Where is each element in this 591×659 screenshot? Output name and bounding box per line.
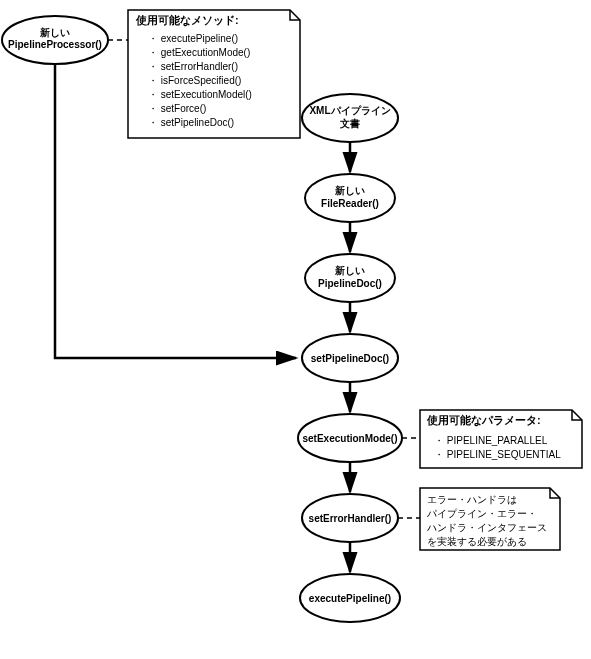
note-params: 使用可能なパラメータ: ・ PIPELINE_PARALLEL ・ PIPELI… <box>420 410 582 468</box>
node-label: 新しい <box>39 27 70 38</box>
svg-text:・ setForce(): ・ setForce() <box>148 103 206 114</box>
node-pipeline-processor: 新しい PipelineProcessor() <box>2 16 108 64</box>
node-execute-pipeline: executePipeline() <box>300 574 400 622</box>
svg-text:・ setPipelineDoc(): ・ setPipelineDoc() <box>148 117 234 128</box>
note-line: ハンドラ・インタフェース <box>426 522 547 533</box>
node-label: PipelineProcessor() <box>8 39 102 50</box>
node-set-error-handler: setErrorHandler() <box>302 494 398 542</box>
node-label: XMLパイプライン <box>309 105 390 116</box>
node-label: setErrorHandler() <box>309 513 392 524</box>
svg-text:・ setErrorHandler(): ・ setErrorHandler() <box>148 61 238 72</box>
note-error-handler: エラー・ハンドラは パイプライン・エラー・ ハンドラ・インタフェース を実装する… <box>420 488 560 550</box>
svg-text:・ setExecutionModel(): ・ setExecutionModel() <box>148 89 252 100</box>
node-label: FileReader() <box>321 198 379 209</box>
note-title: 使用可能なメソッド: <box>135 14 239 27</box>
node-label: setExecutionMode() <box>302 433 397 444</box>
node-set-execution-mode: setExecutionMode() <box>298 414 402 462</box>
node-label: PipelineDoc() <box>318 278 382 289</box>
node-pipeline-doc: 新しい PipelineDoc() <box>305 254 395 302</box>
svg-text:・ executePipeline(): ・ executePipeline() <box>148 33 238 44</box>
svg-text:・ PIPELINE_SEQUENTIAL: ・ PIPELINE_SEQUENTIAL <box>434 449 561 460</box>
node-set-pipeline-doc: setPipelineDoc() <box>302 334 398 382</box>
node-label: executePipeline() <box>309 593 391 604</box>
node-label: 新しい <box>334 185 365 196</box>
svg-text:・ getExecutionMode(): ・ getExecutionMode() <box>148 47 250 58</box>
note-line: パイプライン・エラー・ <box>426 508 537 519</box>
svg-text:・ PIPELINE_PARALLEL: ・ PIPELINE_PARALLEL <box>434 435 548 446</box>
note-line: を実装する必要がある <box>427 536 527 547</box>
note-title: 使用可能なパラメータ: <box>426 414 541 427</box>
node-xml-doc: XMLパイプライン 文書 <box>302 94 398 142</box>
node-file-reader: 新しい FileReader() <box>305 174 395 222</box>
node-label: 文書 <box>339 118 360 129</box>
note-line: エラー・ハンドラは <box>427 494 517 505</box>
node-label: 新しい <box>334 265 365 276</box>
note-methods: 使用可能なメソッド: ・ executePipeline() ・ getExec… <box>128 10 300 138</box>
node-label: setPipelineDoc() <box>311 353 389 364</box>
svg-text:・ isForceSpecified(): ・ isForceSpecified() <box>148 75 241 86</box>
